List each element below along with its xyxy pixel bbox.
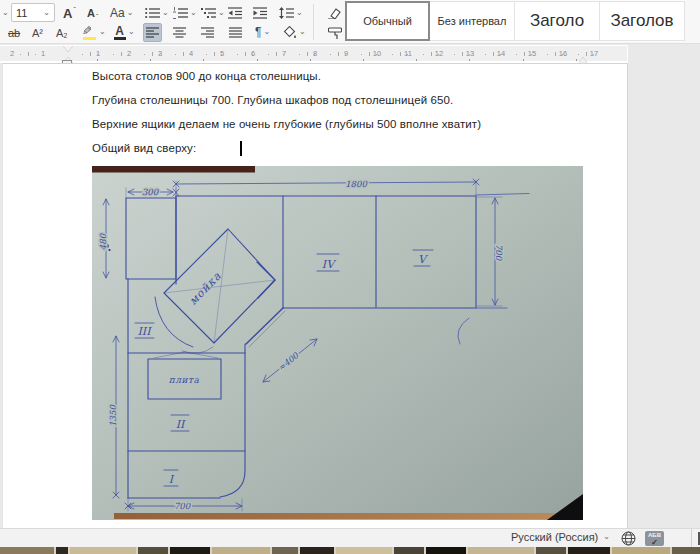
clear-formatting-eraser-icon <box>326 7 341 19</box>
align-justify-icon <box>229 27 242 38</box>
ruler-tick <box>128 54 129 55</box>
thumbnail[interactable] <box>0 547 54 554</box>
ruler-tick <box>144 54 145 55</box>
font-size-select[interactable]: 11 ⌄ <box>11 3 55 22</box>
ruler-tick <box>252 54 253 55</box>
ruler-tick <box>576 59 577 61</box>
ruler-tick <box>276 52 277 56</box>
chevron-down-icon: ⌄ <box>190 9 197 17</box>
paragraph-marks-button[interactable]: ¶⌄ <box>253 23 272 41</box>
paragraph: Общий вид сверху: <box>92 142 196 154</box>
style-heading1[interactable]: Заголо <box>515 1 600 41</box>
style-normal[interactable]: Обычный <box>345 1 430 41</box>
dim-480: 480 <box>98 233 108 250</box>
line-spacing-button[interactable]: ⌄ <box>277 4 305 22</box>
ruler-tick <box>82 54 83 55</box>
ruler-tick <box>361 54 362 55</box>
thumbnail[interactable] <box>300 547 334 554</box>
font-color-icon: A <box>113 24 126 40</box>
document-canvas: Высота столов 900 до конца столешницы. Г… <box>0 63 700 528</box>
clear-formatting-button[interactable] <box>324 4 343 22</box>
kitchen-plan-photo[interactable]: мойка плита I II III IV V 300 480 1800 7… <box>92 166 583 520</box>
filmstrip[interactable] <box>0 547 700 554</box>
spellcheck-icon[interactable]: АБВ ✓ <box>645 531 664 546</box>
align-left-icon <box>146 27 159 38</box>
font-color-button[interactable]: A ⌄ <box>111 23 137 41</box>
ruler-tick <box>493 52 494 56</box>
multilevel-list-button[interactable]: ⌄ <box>199 4 227 22</box>
shrink-font-button[interactable]: Aˇ <box>85 4 101 22</box>
thumbnail[interactable] <box>272 547 298 554</box>
chevron-down-icon: ⌄ <box>218 9 225 17</box>
ruler-tick <box>485 54 486 55</box>
highlight-pen-icon: ✎ <box>82 24 97 40</box>
ruler-band[interactable]: 211234567891011121314151617 <box>0 46 627 61</box>
thumbnail[interactable] <box>536 547 566 554</box>
thumbnail[interactable] <box>672 547 700 554</box>
toolbar: ⌄ 11 ⌄ Aˆ Aˇ Aa⌄ ⌄ ⌄ ⌄ ⌄ ⌄ ab A² A₂ ✎ ⌄ <box>0 0 700 44</box>
thumbnail[interactable] <box>212 547 270 554</box>
ruler: 211234567891011121314151617 <box>0 45 700 63</box>
ruler-tick <box>175 54 176 55</box>
thumbnail[interactable] <box>468 547 534 554</box>
ruler-tick <box>183 52 184 56</box>
dim-700-bottom: 700 <box>174 501 191 511</box>
ruler-tick <box>369 52 370 56</box>
ruler-tick <box>376 54 377 55</box>
align-center-button[interactable] <box>171 23 188 42</box>
ruler-tick <box>97 54 98 55</box>
ruler-tick: 16 <box>559 49 567 58</box>
style-heading2[interactable]: Заголов <box>600 1 685 41</box>
chevron-down-icon: ⌄ <box>99 28 106 36</box>
line-spacing-icon <box>279 7 294 19</box>
ruler-tick: 1 <box>41 49 45 58</box>
ruler-tick: 12 <box>435 49 443 58</box>
outdent-button[interactable] <box>226 4 244 22</box>
thumbnail[interactable] <box>568 547 610 554</box>
thumbnail[interactable] <box>170 547 210 554</box>
thumbnail[interactable] <box>70 547 136 554</box>
ruler-tick <box>407 54 408 55</box>
numbering-button[interactable]: ⌄ <box>171 4 199 22</box>
thumbnail[interactable] <box>138 547 168 554</box>
style-no-spacing[interactable]: Без интервал <box>430 1 515 41</box>
indent-icon <box>253 7 267 19</box>
font-name-dropdown[interactable]: ⌄ <box>0 4 11 22</box>
toolbar-separator <box>313 4 314 40</box>
shading-button[interactable]: ⌄ <box>281 23 308 41</box>
chevron-down-icon: ⌄ <box>263 28 270 36</box>
chevron-down-icon: ⌄ <box>128 28 135 36</box>
outdent-icon <box>228 7 242 19</box>
bullets-button[interactable]: ⌄ <box>143 4 171 22</box>
subscript-button[interactable]: A₂ <box>54 24 70 42</box>
ruler-tick <box>547 54 548 55</box>
format-painter-button[interactable] <box>326 24 344 42</box>
thumbnail[interactable] <box>426 547 466 554</box>
align-left-button[interactable] <box>143 23 162 42</box>
indent-button[interactable] <box>251 4 269 22</box>
strikethrough-icon: ab <box>8 27 20 39</box>
strikethrough-button[interactable]: ab <box>6 24 22 42</box>
ruler-tick <box>150 59 151 61</box>
ruler-tick <box>400 52 401 56</box>
ruler-tick <box>363 59 364 61</box>
align-right-button[interactable] <box>199 23 216 42</box>
grow-font-button[interactable]: Aˆ <box>61 4 79 22</box>
align-justify-button[interactable] <box>227 23 244 42</box>
thumbnail[interactable] <box>56 547 68 554</box>
document-page[interactable]: Высота столов 900 до конца столешницы. Г… <box>2 63 628 528</box>
paper-background <box>92 166 583 520</box>
style-gallery: Обычный Без интервал Заголо Заголов <box>345 0 685 42</box>
thumbnail[interactable] <box>394 547 424 554</box>
globe-icon[interactable] <box>621 531 636 546</box>
table-edge-bottom <box>114 513 560 519</box>
ruler-tick <box>90 52 91 56</box>
ruler-tick: 14 <box>497 49 505 58</box>
thumbnail[interactable] <box>612 547 670 554</box>
dim-300: 300 <box>142 187 159 197</box>
change-case-button[interactable]: Aa⌄ <box>108 4 135 22</box>
thumbnail[interactable] <box>336 547 392 554</box>
superscript-button[interactable]: A² <box>30 24 45 42</box>
language-selector[interactable]: Русский (Россия) ⌄ <box>511 531 610 543</box>
highlight-color-button[interactable]: ✎ ⌄ <box>80 23 108 41</box>
